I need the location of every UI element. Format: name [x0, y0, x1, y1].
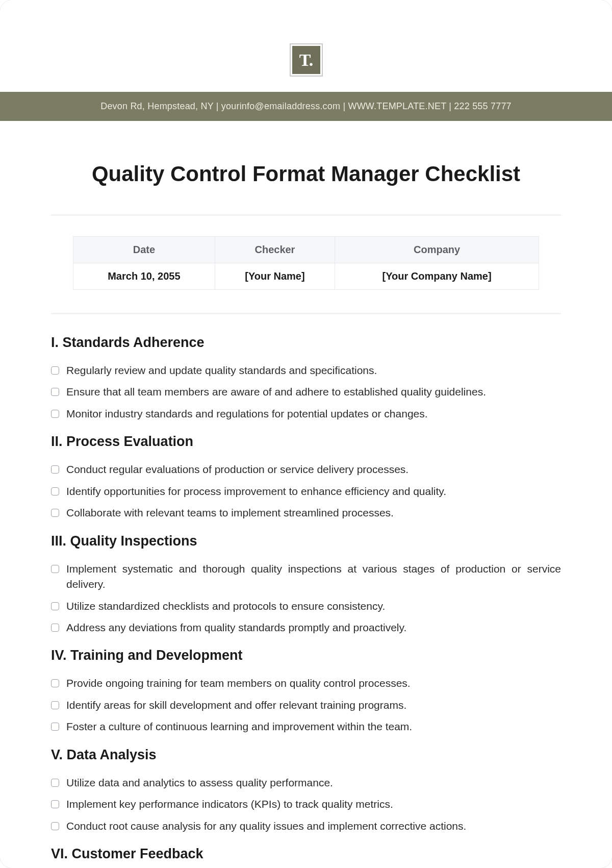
checklist-text: Utilize data and analytics to assess qua…: [66, 775, 561, 790]
checkbox-icon[interactable]: [51, 701, 59, 709]
section-heading: III. Quality Inspections: [51, 533, 561, 549]
info-table: Date Checker Company March 10, 2055 [You…: [73, 236, 539, 290]
checklist-text: Monitor industry standards and regulatio…: [66, 406, 561, 421]
checklist-text: Regularly review and update quality stan…: [66, 363, 561, 378]
checkbox-icon[interactable]: [51, 366, 59, 375]
logo-container: T.: [0, 0, 612, 92]
contact-bar: Devon Rd, Hempstead, NY | yourinfo@email…: [0, 92, 612, 121]
section-heading: I. Standards Adherence: [51, 335, 561, 351]
checklist-item: Utilize data and analytics to assess qua…: [51, 772, 561, 793]
checklist-text: Identify opportunities for process impro…: [66, 484, 561, 499]
checkbox-icon[interactable]: [51, 410, 59, 418]
checkbox-icon[interactable]: [51, 509, 59, 517]
checkbox-icon[interactable]: [51, 800, 59, 808]
checklist-item: Provide ongoing training for team member…: [51, 673, 561, 694]
document-page: T. Devon Rd, Hempstead, NY | yourinfo@em…: [0, 0, 612, 868]
checkbox-icon[interactable]: [51, 487, 59, 495]
info-value-date: March 10, 2055: [73, 263, 215, 290]
checklist-item: Utilize standardized checklists and prot…: [51, 596, 561, 617]
page-title: Quality Control Format Manager Checklist: [51, 162, 561, 186]
checklist-item: Foster a culture of continuous learning …: [51, 716, 561, 737]
checkbox-icon[interactable]: [51, 679, 59, 687]
checklist-item: Identify areas for skill development and…: [51, 695, 561, 716]
content-area: Quality Control Format Manager Checklist…: [0, 121, 612, 862]
checklist-text: Provide ongoing training for team member…: [66, 676, 561, 691]
checklist-item: Identify opportunities for process impro…: [51, 481, 561, 502]
checklist: Implement systematic and thorough qualit…: [51, 558, 561, 639]
checkbox-icon[interactable]: [51, 822, 59, 830]
info-header-company: Company: [335, 237, 539, 263]
info-value-company: [Your Company Name]: [335, 263, 539, 290]
info-value-checker: [Your Name]: [215, 263, 335, 290]
checkbox-icon[interactable]: [51, 565, 59, 573]
checkbox-icon[interactable]: [51, 624, 59, 632]
checklist-text: Address any deviations from quality stan…: [66, 620, 561, 635]
checklist-item: Conduct regular evaluations of productio…: [51, 459, 561, 480]
checklist-text: Implement key performance indicators (KP…: [66, 797, 561, 812]
section-heading: V. Data Analysis: [51, 747, 561, 763]
checklist: Regularly review and update quality stan…: [51, 360, 561, 425]
checklist: Conduct regular evaluations of productio…: [51, 459, 561, 524]
checkbox-icon[interactable]: [51, 723, 59, 731]
checklist-item: Conduct root cause analysis for any qual…: [51, 815, 561, 837]
checklist-text: Utilize standardized checklists and prot…: [66, 599, 561, 614]
section-heading: VI. Customer Feedback: [51, 846, 561, 862]
divider: [51, 214, 561, 216]
checklist: Provide ongoing training for team member…: [51, 673, 561, 737]
checklist-text: Ensure that all team members are aware o…: [66, 384, 561, 400]
checklist-item: Implement systematic and thorough qualit…: [51, 558, 561, 596]
logo-frame: T.: [290, 43, 323, 77]
checkbox-icon[interactable]: [51, 465, 59, 474]
checklist-item: Implement key performance indicators (KP…: [51, 793, 561, 815]
section-heading: II. Process Evaluation: [51, 434, 561, 450]
checklist-text: Identify areas for skill development and…: [66, 698, 561, 713]
checklist-item: Collaborate with relevant teams to imple…: [51, 502, 561, 524]
info-header-checker: Checker: [215, 237, 335, 263]
checklist-text: Implement systematic and thorough qualit…: [66, 561, 561, 592]
checklist-item: Ensure that all team members are aware o…: [51, 381, 561, 403]
checklist-text: Foster a culture of continuous learning …: [66, 719, 561, 734]
checkbox-icon[interactable]: [51, 388, 59, 396]
checklist-item: Address any deviations from quality stan…: [51, 617, 561, 638]
checkbox-icon[interactable]: [51, 779, 59, 787]
section-heading: IV. Training and Development: [51, 648, 561, 663]
logo-mark: T.: [292, 46, 320, 74]
checklist-item: Monitor industry standards and regulatio…: [51, 403, 561, 425]
divider: [51, 313, 561, 314]
checklist-text: Conduct regular evaluations of productio…: [66, 462, 561, 477]
checklist-text: Collaborate with relevant teams to imple…: [66, 505, 561, 520]
checklist: Utilize data and analytics to assess qua…: [51, 772, 561, 837]
checklist-item: Regularly review and update quality stan…: [51, 360, 561, 381]
checkbox-icon[interactable]: [51, 602, 59, 610]
info-header-date: Date: [73, 237, 215, 263]
checklist-text: Conduct root cause analysis for any qual…: [66, 819, 561, 834]
